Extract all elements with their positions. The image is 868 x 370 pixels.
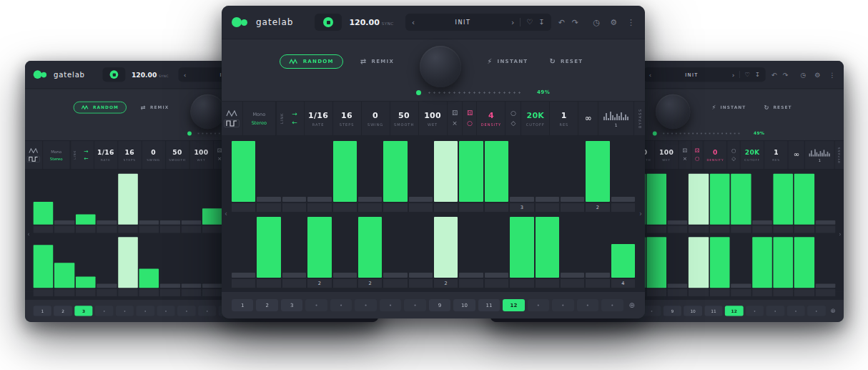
shift-left-icon[interactable]: ← <box>292 120 297 126</box>
slider-dotted-track[interactable] <box>427 92 521 94</box>
gate-step-bar[interactable] <box>76 277 96 288</box>
pattern-slot-13[interactable]: • <box>528 299 549 311</box>
step-ratchet-cell[interactable] <box>34 225 54 233</box>
link-label[interactable]: LINK <box>276 102 286 135</box>
step-ratchet-cell[interactable] <box>202 225 222 233</box>
step-ratchet-cell[interactable] <box>689 225 709 233</box>
random-button[interactable]: RANDOM <box>280 54 343 69</box>
step-ratchet-cell[interactable] <box>731 289 751 296</box>
gate-step-bar[interactable] <box>668 283 688 288</box>
pattern-slot-13[interactable]: • <box>746 306 764 316</box>
step-ratchet-cell[interactable] <box>611 203 635 212</box>
play-button[interactable] <box>315 14 342 31</box>
main-knob[interactable] <box>190 94 225 129</box>
mono-option[interactable]: Mono <box>51 149 61 154</box>
step-ratchet-cell[interactable] <box>202 289 222 296</box>
gate-step-bar[interactable] <box>232 273 255 278</box>
step-ratchet-cell[interactable] <box>485 203 508 212</box>
bpm-display[interactable]: 120.00 SYNC <box>132 71 169 79</box>
gate-step-bar[interactable] <box>97 220 117 225</box>
gate-step-bar[interactable] <box>536 197 559 202</box>
gate-step-bar[interactable] <box>54 220 74 225</box>
density-circle-icon[interactable]: ○ <box>695 157 700 162</box>
preset-prev-icon[interactable]: ‹ <box>412 19 415 26</box>
step-ratchet-cell[interactable] <box>54 225 74 233</box>
remix-button[interactable]: ⇄ REMIX <box>137 104 173 111</box>
step-ratchet-cell[interactable] <box>586 279 609 288</box>
scroll-right-icon[interactable]: › <box>839 232 841 238</box>
step-ratchet-cell[interactable] <box>257 279 280 288</box>
gate-step-bar[interactable] <box>181 283 201 288</box>
step-ratchet-cell[interactable] <box>710 225 730 233</box>
pattern-slot-15[interactable]: • <box>577 299 598 311</box>
pattern-slot-16[interactable]: • <box>807 306 825 316</box>
save-download-icon[interactable]: ↧ <box>755 72 760 77</box>
stereo-option[interactable]: Stereo <box>50 156 63 161</box>
gate-step-bar[interactable] <box>257 197 280 202</box>
density-circle-icon[interactable]: ○ <box>467 120 473 127</box>
triangle-wave-icon[interactable] <box>226 110 237 117</box>
step-ratchet-cell[interactable] <box>282 279 306 288</box>
gate-step-bar[interactable] <box>97 283 117 288</box>
add-pattern-icon[interactable]: ⊕ <box>629 302 635 309</box>
gate-step-bar[interactable] <box>160 283 180 288</box>
gate-step-bar[interactable] <box>586 273 609 278</box>
gate-step-bar[interactable] <box>202 283 222 288</box>
preset-next-icon[interactable]: › <box>511 19 514 26</box>
bypass-toggle[interactable]: BYPASS <box>634 102 645 135</box>
step-ratchet-cell[interactable]: 3 <box>510 203 533 212</box>
step-ratchet-cell[interactable] <box>139 289 159 296</box>
gate-step-bar[interactable] <box>773 237 793 288</box>
gate-step-bar[interactable] <box>611 197 635 202</box>
step-ratchet-cell[interactable] <box>383 279 407 288</box>
pattern-slot-14[interactable]: • <box>766 306 784 316</box>
pattern-slot-2[interactable]: 2 <box>256 299 277 311</box>
triangle-wave-icon[interactable] <box>29 147 38 153</box>
instant-button[interactable]: ⚡ INSTANT <box>483 57 532 66</box>
step-ratchet-cell[interactable]: 4 <box>611 279 635 288</box>
pattern-slot-1[interactable]: 1 <box>34 306 51 316</box>
step-ratchet-cell[interactable] <box>731 225 751 233</box>
step-ratchet-cell[interactable] <box>97 289 117 296</box>
pattern-slot-3[interactable]: 3 <box>74 306 92 316</box>
step-ratchet-cell[interactable]: 2 <box>586 203 609 212</box>
param-steps[interactable]: 16STEPS <box>118 141 142 169</box>
param-res[interactable]: 1RES <box>764 141 788 169</box>
instant-button[interactable]: ⚡ INSTANT <box>709 104 750 111</box>
pattern-slot-5[interactable]: • <box>116 306 134 316</box>
gate-step-bar[interactable] <box>383 141 407 202</box>
reset-button[interactable]: ↻ RESET <box>545 57 587 66</box>
step-ratchet-cell[interactable] <box>752 225 772 233</box>
pattern-slot-8[interactable]: • <box>177 306 195 316</box>
gate-step-bar[interactable] <box>282 273 306 278</box>
scroll-right-icon[interactable]: › <box>639 210 642 218</box>
gate-step-bar[interactable] <box>815 283 835 288</box>
param-density[interactable]: 0DENSITY <box>704 141 727 169</box>
gate-step-bar[interactable] <box>139 220 159 225</box>
gate-step-bar[interactable] <box>646 174 666 225</box>
density-dice-icon[interactable]: ⚄ <box>695 148 700 154</box>
preset-name[interactable]: INIT <box>656 72 727 77</box>
step-ratchet-cell[interactable] <box>459 203 483 212</box>
step-ratchet-cell[interactable] <box>561 279 584 288</box>
gate-step-bar[interactable] <box>561 273 584 278</box>
step-ratchet-cell[interactable] <box>160 225 180 233</box>
step-ratchet-cell[interactable] <box>118 289 138 296</box>
preset-prev-icon[interactable]: ‹ <box>184 72 187 78</box>
filter-toggle-icon[interactable]: ○ <box>731 148 736 154</box>
gate-step-bar[interactable] <box>139 268 159 288</box>
filter-mode-icon[interactable]: ◇ <box>511 120 516 127</box>
bpm-value[interactable]: 120.00 <box>349 18 379 27</box>
gate-step-bar[interactable] <box>485 141 508 202</box>
scroll-left-icon[interactable]: ‹ <box>225 210 227 218</box>
step-ratchet-cell[interactable] <box>409 203 433 212</box>
pattern-slot-12[interactable]: 12 <box>503 299 524 311</box>
link-label[interactable]: LINK <box>70 141 79 169</box>
step-ratchet-cell[interactable] <box>668 225 688 233</box>
save-download-icon[interactable]: ↧ <box>538 19 544 26</box>
step-ratchet-cell[interactable] <box>383 203 407 212</box>
gate-step-bar[interactable] <box>752 220 772 225</box>
step-ratchet-cell[interactable] <box>794 289 814 296</box>
step-ratchet-cell[interactable] <box>181 225 201 233</box>
kebab-menu-icon[interactable]: ⋮ <box>627 19 635 26</box>
